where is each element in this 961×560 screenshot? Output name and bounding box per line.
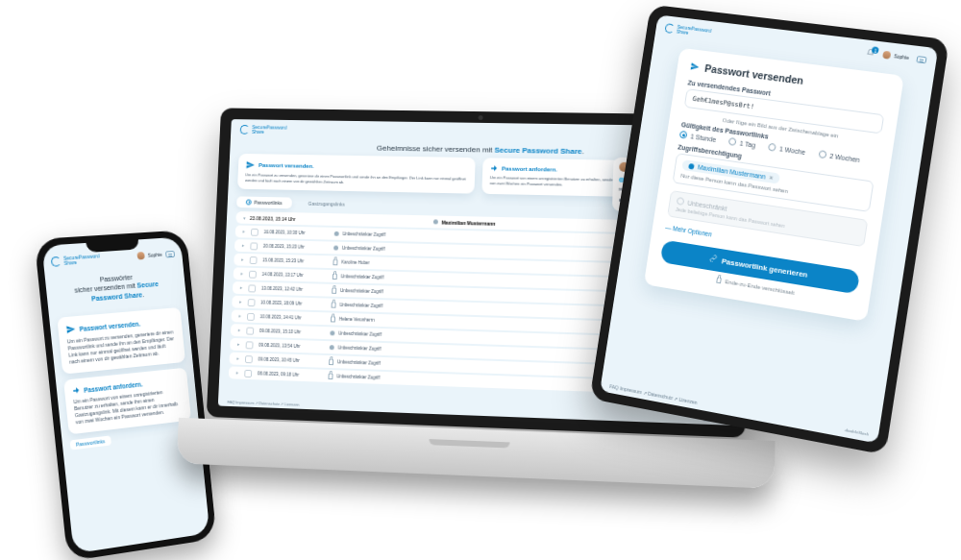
checkbox[interactable] — [244, 370, 252, 377]
send-password-card[interactable]: Passwort versenden. Um ein Passwort zu v… — [57, 307, 185, 375]
lock-icon — [329, 359, 333, 365]
cell-date: 10.08.2023, 14:41 Uhr — [259, 314, 325, 321]
brand-byline: doubleSlash — [845, 427, 869, 438]
checkbox[interactable] — [249, 270, 257, 278]
checkbox[interactable] — [246, 327, 254, 334]
group-date: 23.08.2023, 15:14 Uhr — [250, 215, 296, 222]
checkbox[interactable] — [250, 256, 258, 264]
webcam — [479, 115, 483, 120]
checkbox[interactable] — [251, 229, 259, 236]
phone-mockup: SecurePasswordShare Sophie Passwörter si… — [35, 230, 217, 560]
checkbox[interactable] — [247, 313, 255, 321]
lock-icon — [328, 374, 333, 379]
checkbox[interactable] — [246, 341, 254, 349]
cell-date: 13.08.2023, 12:42 Uhr — [261, 286, 327, 293]
checkbox[interactable] — [248, 284, 256, 292]
paper-plane-icon — [690, 61, 701, 72]
lock-icon — [332, 302, 336, 307]
cell-date: 10.08.2023, 18:09 Uhr — [260, 301, 326, 307]
chevron-right-icon: ▸ — [236, 356, 239, 361]
checkbox[interactable] — [245, 355, 253, 363]
tab-guestlinks[interactable]: Gastzugangslinks — [299, 198, 355, 210]
app-logo[interactable]: SecurePasswordShare — [240, 125, 287, 134]
chevron-right-icon: ▸ — [240, 285, 243, 290]
lock-icon — [716, 278, 722, 284]
radio-1w[interactable]: 1 Woche — [768, 143, 806, 156]
menu-icon[interactable] — [165, 250, 175, 257]
chevron-right-icon: ▸ — [238, 328, 241, 332]
cell-date: 09.08.2023, 15:10 Uhr — [259, 329, 325, 335]
avatar — [883, 51, 892, 60]
chevron-right-icon: ▸ — [238, 314, 241, 319]
cell-date: 14.08.2023, 13:17 Uhr — [261, 272, 327, 279]
request-password-card[interactable]: Passwort anfordern. Um ein Passwort von … — [63, 368, 191, 435]
hero-text: Passwörter sicher versenden mit Secure P… — [44, 261, 186, 312]
more-options-link[interactable]: — Mehr Optionen — [665, 224, 712, 237]
group-recipient: Maximilian Mustermann — [441, 219, 495, 226]
chevron-right-icon: ▸ — [237, 342, 240, 347]
lock-icon — [332, 288, 336, 294]
chevron-right-icon: ▸ — [239, 300, 242, 304]
cell-recipient: Unbeschränkter Zugriff — [333, 246, 623, 257]
cell-date: 15.08.2023, 15:23 Uhr — [262, 258, 328, 265]
user-menu[interactable]: Sophie — [883, 51, 910, 61]
lock-icon — [333, 259, 337, 265]
lock-icon — [331, 316, 335, 322]
person-icon — [432, 220, 437, 225]
person-icon — [333, 246, 338, 251]
lock-icon — [333, 274, 337, 280]
checkbox[interactable] — [248, 299, 256, 306]
request-icon — [490, 164, 498, 172]
cell-date: 20.08.2023, 15:23 Uhr — [263, 244, 329, 251]
remove-chip-icon[interactable]: × — [769, 174, 774, 181]
menu-icon[interactable] — [916, 56, 926, 63]
person-icon — [688, 162, 695, 169]
chevron-right-icon: ▸ — [236, 371, 239, 376]
send-password-card[interactable]: Passwort versenden. Um ein Passwort zu v… — [237, 154, 476, 194]
app-logo[interactable]: SecurePasswordShare — [664, 23, 711, 38]
person-icon — [330, 345, 334, 350]
cell-date: 09.08.2023, 13:54 Uhr — [259, 343, 324, 350]
avatar — [137, 252, 145, 259]
chevron-right-icon: ▸ — [242, 243, 245, 248]
footer-links[interactable]: FAQ Impressum ↗ Datenschutz ↗ Lizenzen — [609, 383, 698, 405]
chevron-right-icon: ▸ — [240, 272, 243, 277]
paper-plane-icon — [65, 325, 76, 335]
person-icon — [334, 231, 339, 236]
tab-passwortlinks[interactable]: Passwortlinks — [70, 436, 111, 450]
radio-1d[interactable]: 1 Tag — [728, 137, 756, 149]
radio-off-icon — [677, 197, 685, 206]
tablet-mockup: SecurePasswordShare 1 Sophie — [590, 5, 950, 455]
notifications-icon[interactable]: 1 — [865, 48, 876, 59]
link-icon — [709, 254, 718, 264]
cell-date: 09.08.2023, 10:45 Uhr — [258, 357, 323, 364]
clock-icon — [246, 200, 252, 206]
user-menu[interactable]: Sophie — [137, 251, 162, 260]
checkbox[interactable] — [250, 242, 258, 250]
person-icon — [330, 330, 334, 335]
chevron-right-icon: ▸ — [242, 230, 245, 234]
notification-badge: 1 — [872, 46, 879, 54]
cell-date: 16.08.2023, 10:30 Uhr — [263, 230, 329, 235]
send-password-form: Passwort versenden Zu versendendes Passw… — [644, 48, 904, 322]
paper-plane-icon — [246, 160, 256, 170]
chevron-right-icon: ▸ — [241, 257, 244, 262]
tab-passwortlinks[interactable]: Passwortlinks — [236, 197, 292, 209]
cell-recipient: Unbeschränkter Zugriff — [334, 231, 624, 243]
footer-links[interactable]: FAQ Impressum ↗ Datenschutz ↗ Lizenzen — [227, 400, 299, 407]
request-icon — [72, 387, 81, 396]
app-logo[interactable]: SecurePasswordShare — [51, 254, 101, 267]
radio-1h[interactable]: 1 Stunde — [679, 131, 717, 143]
cell-date: 08.08.2023, 09:18 Uhr — [258, 372, 323, 378]
